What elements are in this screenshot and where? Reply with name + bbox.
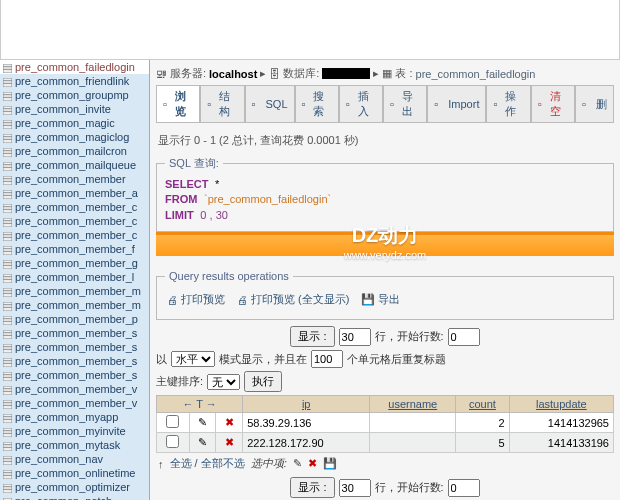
sidebar-item[interactable]: pre_common_member_s <box>0 354 149 368</box>
sidebar-item[interactable]: pre_common_member_s <box>0 326 149 340</box>
delete-row-icon[interactable]: ✖ <box>225 416 234 429</box>
sidebar-item[interactable]: pre_common_groupmp <box>0 88 149 102</box>
repeat-input[interactable] <box>311 350 343 368</box>
orange-divider: DZ动力 www.verydz.com <box>156 232 614 256</box>
col-ip[interactable]: ip <box>243 396 370 413</box>
sidebar-item[interactable]: pre_common_member <box>0 172 149 186</box>
svg-rect-66 <box>3 372 12 381</box>
col-lastupdate[interactable]: lastupdate <box>509 396 613 413</box>
export-link[interactable]: 💾导出 <box>361 292 400 307</box>
tab-icon: ▫ <box>582 98 594 110</box>
sidebar-item[interactable]: pre_common_optimizer <box>0 480 149 494</box>
col-count[interactable]: count <box>456 396 509 413</box>
sidebar-item[interactable]: pre_common_myapp <box>0 410 149 424</box>
sidebar-item[interactable]: pre_common_member_s <box>0 368 149 382</box>
rows-info: 显示行 0 - 1 (2 总计, 查询花费 0.0001 秒) <box>156 129 614 152</box>
sidebar-item[interactable]: pre_common_member_v <box>0 396 149 410</box>
tab-插入[interactable]: ▫插入 <box>339 85 383 122</box>
mode-select[interactable]: 水平 <box>171 351 215 367</box>
sidebar-item[interactable]: pre_common_magic <box>0 116 149 130</box>
bc-table-value: pre_common_failedlogin <box>416 68 536 80</box>
export-selected-icon[interactable]: 💾 <box>323 457 337 470</box>
tab-清空[interactable]: ▫清空 <box>531 85 575 122</box>
svg-rect-78 <box>3 428 12 437</box>
sidebar-item[interactable]: pre_common_myinvite <box>0 424 149 438</box>
sidebar-item[interactable]: pre_common_member_c <box>0 228 149 242</box>
row-checkbox[interactable] <box>166 435 179 448</box>
col-username[interactable]: username <box>370 396 456 413</box>
go-button[interactable]: 执行 <box>244 371 282 392</box>
sidebar-item[interactable]: pre_common_mytask <box>0 438 149 452</box>
table-icon <box>3 133 12 142</box>
sidebar-item[interactable]: pre_common_member_c <box>0 214 149 228</box>
sidebar-item[interactable]: pre_common_magiclog <box>0 130 149 144</box>
print-full-link[interactable]: 🖨打印预览 (全文显示) <box>237 292 349 307</box>
show-button[interactable]: 显示 : <box>290 326 334 347</box>
sidebar-item[interactable]: pre_common_failedlogin <box>0 60 149 74</box>
cell-lastupdate: 1414132965 <box>509 413 613 433</box>
sidebar-item[interactable]: pre_common_member_l <box>0 270 149 284</box>
table-icon <box>3 329 12 338</box>
tab-label: 删 <box>596 97 607 112</box>
tab-结构[interactable]: ▫结构 <box>200 85 244 122</box>
tab-导出[interactable]: ▫导出 <box>383 85 427 122</box>
table-icon <box>3 175 12 184</box>
sidebar-item[interactable]: pre_common_member_a <box>0 186 149 200</box>
display-controls-3: 主键排序: 无 执行 <box>156 371 614 392</box>
sidebar-item[interactable]: pre_common_member_f <box>0 242 149 256</box>
edit-row-icon[interactable]: ✎ <box>198 436 207 449</box>
row-checkbox[interactable] <box>166 415 179 428</box>
tab-浏览[interactable]: ▫浏览 <box>156 85 200 122</box>
tab-搜索[interactable]: ▫搜索 <box>295 85 339 122</box>
table-icon <box>3 413 12 422</box>
edit-row-icon[interactable]: ✎ <box>198 416 207 429</box>
select-all-link[interactable]: 全选 / 全部不选 <box>170 456 245 471</box>
sidebar-item[interactable]: pre_common_mailqueue <box>0 158 149 172</box>
table-icon <box>3 469 12 478</box>
table-icon <box>3 371 12 380</box>
bc-server-value: localhost <box>209 68 257 80</box>
delete-row-icon[interactable]: ✖ <box>225 436 234 449</box>
tab-SQL[interactable]: ▫SQL <box>245 85 295 122</box>
edit-selected-icon[interactable]: ✎ <box>293 457 302 470</box>
rows-input-bottom[interactable] <box>339 479 371 497</box>
pk-select[interactable]: 无 <box>207 374 240 390</box>
sidebar-item-label: pre_common_member_f <box>15 243 135 255</box>
start-input-bottom[interactable] <box>448 479 480 497</box>
sidebar-item[interactable]: pre_common_patch <box>0 494 149 500</box>
svg-rect-87 <box>3 470 12 479</box>
row-action-header: ← T → <box>157 396 243 413</box>
sidebar-item[interactable]: pre_common_member_s <box>0 340 149 354</box>
rows-input[interactable] <box>339 328 371 346</box>
print-preview-link[interactable]: 🖨打印预览 <box>167 292 225 307</box>
table-icon <box>3 497 12 501</box>
table-icon <box>3 301 12 310</box>
tab-Import[interactable]: ▫Import <box>427 85 486 122</box>
sidebar-item[interactable]: pre_common_friendlink <box>0 74 149 88</box>
delete-selected-icon[interactable]: ✖ <box>308 457 317 470</box>
sidebar-item-label: pre_common_myinvite <box>15 425 126 437</box>
tab-删[interactable]: ▫删 <box>575 85 614 122</box>
show-button-bottom[interactable]: 显示 : <box>290 477 334 498</box>
sidebar-item[interactable]: pre_common_member_g <box>0 256 149 270</box>
table-icon <box>3 399 12 408</box>
svg-rect-27 <box>3 190 12 199</box>
sidebar-item-label: pre_common_member_l <box>15 271 134 283</box>
database-icon: 🗄 <box>269 68 280 80</box>
sidebar-item[interactable]: pre_common_member_p <box>0 312 149 326</box>
sidebar-item[interactable]: pre_common_member_c <box>0 200 149 214</box>
sidebar-item-label: pre_common_magic <box>15 117 115 129</box>
sidebar-item[interactable]: pre_common_mailcron <box>0 144 149 158</box>
printer-icon: 🖨 <box>237 294 248 306</box>
sidebar-item[interactable]: pre_common_onlinetime <box>0 466 149 480</box>
sidebar-item[interactable]: pre_common_member_v <box>0 382 149 396</box>
sidebar-item[interactable]: pre_common_nav <box>0 452 149 466</box>
rows-suffix: 行，开始行数: <box>375 329 444 344</box>
bc-sep: ▸ <box>260 67 266 80</box>
sidebar-item[interactable]: pre_common_invite <box>0 102 149 116</box>
tab-操作[interactable]: ▫操作 <box>486 85 530 122</box>
start-input[interactable] <box>448 328 480 346</box>
tab-icon: ▫ <box>252 98 264 110</box>
sidebar-item[interactable]: pre_common_member_m <box>0 284 149 298</box>
sidebar-item[interactable]: pre_common_member_m <box>0 298 149 312</box>
